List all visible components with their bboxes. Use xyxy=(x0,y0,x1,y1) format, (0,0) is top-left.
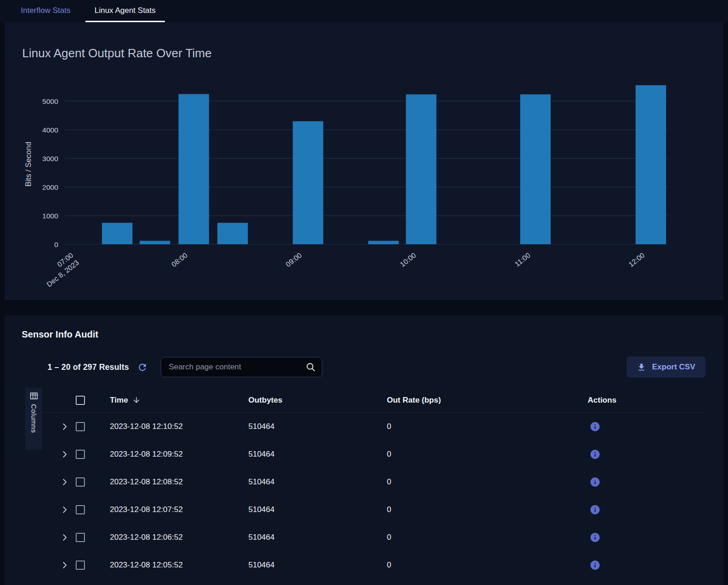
svg-text:1000: 1000 xyxy=(42,212,59,220)
row-outrate: 0 xyxy=(387,533,588,542)
expand-row-chevron[interactable] xyxy=(59,560,70,571)
row-outbytes: 510464 xyxy=(248,422,387,431)
table-row: 2023-12-08 12:09:52 510464 0 xyxy=(25,440,705,468)
columns-tab-label: Columns xyxy=(30,404,38,433)
info-icon xyxy=(590,504,601,515)
row-time: 2023-12-08 12:05:52 xyxy=(110,561,248,570)
info-icon xyxy=(590,560,601,571)
row-time: 2023-12-08 12:07:52 xyxy=(110,505,248,514)
select-all-checkbox[interactable] xyxy=(76,396,85,405)
chevron-right-icon xyxy=(60,505,69,514)
row-outbytes: 510464 xyxy=(248,450,387,459)
expand-row-chevron[interactable] xyxy=(59,532,70,543)
svg-text:4000: 4000 xyxy=(42,126,59,134)
chart-title: Linux Agent Output Rate Over Time xyxy=(5,22,723,60)
svg-text:12:00: 12:00 xyxy=(627,251,646,269)
tab-interflow-stats[interactable]: Interflow Stats xyxy=(12,0,80,22)
svg-text:08:00: 08:00 xyxy=(170,251,189,269)
chevron-right-icon xyxy=(60,561,69,570)
tab-bar: Interflow Stats Linux Agent Stats xyxy=(0,0,728,22)
columns-grid-icon xyxy=(30,392,38,400)
sensor-info-audit-panel: Sensor Info Audit 1 – 20 of 297 Results … xyxy=(5,315,723,585)
expand-row-chevron[interactable] xyxy=(59,504,70,515)
info-icon xyxy=(590,449,601,460)
tab-label: Linux Agent Stats xyxy=(95,6,156,15)
svg-text:2000: 2000 xyxy=(42,183,59,191)
row-time: 2023-12-08 12:08:52 xyxy=(110,477,248,487)
svg-text:11:00: 11:00 xyxy=(513,251,532,268)
row-checkbox[interactable] xyxy=(76,422,85,431)
svg-text:3000: 3000 xyxy=(42,155,59,163)
columns-panel-toggle[interactable]: Columns xyxy=(25,388,42,450)
row-outbytes: 510464 xyxy=(248,505,387,514)
output-rate-chart[interactable]: 01000200030004000500007:00Dec 8, 202308:… xyxy=(5,73,723,300)
expand-row-chevron[interactable] xyxy=(59,476,70,488)
row-info-button[interactable] xyxy=(590,449,601,460)
expand-row-chevron[interactable] xyxy=(59,421,70,432)
audit-table-body: 2023-12-08 12:10:52 510464 0 2023-12-08 … xyxy=(25,413,705,579)
info-icon xyxy=(590,532,601,543)
row-outrate: 0 xyxy=(387,561,588,570)
table-row: 2023-12-08 12:05:52 510464 0 xyxy=(25,551,705,579)
export-csv-button[interactable]: Export CSV xyxy=(626,356,705,378)
row-checkbox[interactable] xyxy=(76,533,85,542)
sort-desc-icon[interactable] xyxy=(132,396,141,404)
info-icon xyxy=(590,476,601,488)
section-title: Sensor Info Audit xyxy=(5,315,723,340)
row-checkbox[interactable] xyxy=(76,477,85,487)
tab-label: Interflow Stats xyxy=(21,6,71,15)
row-info-button[interactable] xyxy=(590,476,601,488)
row-info-button[interactable] xyxy=(590,560,601,571)
audit-table: Columns Time Outbytes Out Rate (bps) Act… xyxy=(25,388,705,579)
row-checkbox[interactable] xyxy=(76,450,85,459)
svg-text:10:00: 10:00 xyxy=(398,251,417,269)
row-time: 2023-12-08 12:06:52 xyxy=(110,533,248,542)
search-box xyxy=(161,357,322,377)
chevron-spacer xyxy=(59,395,70,406)
tab-linux-agent-stats[interactable]: Linux Agent Stats xyxy=(85,0,165,22)
row-info-button[interactable] xyxy=(590,421,601,432)
row-outrate: 0 xyxy=(387,505,588,514)
row-checkbox[interactable] xyxy=(76,505,85,514)
header-out-rate: Out Rate (bps) xyxy=(387,396,588,405)
table-row: 2023-12-08 12:10:52 510464 0 xyxy=(25,413,705,440)
expand-row-chevron[interactable] xyxy=(59,449,70,460)
svg-text:0: 0 xyxy=(54,241,58,248)
row-info-button[interactable] xyxy=(590,532,601,543)
table-row: 2023-12-08 12:06:52 510464 0 xyxy=(25,524,705,551)
header-actions: Actions xyxy=(588,396,705,405)
table-header-row: Time Outbytes Out Rate (bps) Actions xyxy=(25,388,705,413)
chevron-right-icon xyxy=(60,477,69,487)
row-outbytes: 510464 xyxy=(248,477,387,487)
search-input[interactable] xyxy=(161,357,322,377)
svg-text:07:00Dec 8, 2023: 07:00Dec 8, 2023 xyxy=(39,251,80,289)
row-outrate: 0 xyxy=(387,477,588,487)
header-outbytes: Outbytes xyxy=(248,396,387,405)
row-time: 2023-12-08 12:10:52 xyxy=(110,422,248,431)
row-info-button[interactable] xyxy=(590,504,601,515)
row-outrate: 0 xyxy=(387,422,588,431)
chevron-right-icon xyxy=(60,450,69,459)
row-checkbox[interactable] xyxy=(76,561,85,570)
info-icon xyxy=(590,421,601,432)
chart-panel: Linux Agent Output Rate Over Time 010002… xyxy=(5,22,723,300)
table-row: 2023-12-08 12:07:52 510464 0 xyxy=(25,496,705,524)
row-outbytes: 510464 xyxy=(248,533,387,542)
row-time: 2023-12-08 12:09:52 xyxy=(110,450,248,459)
chevron-right-icon xyxy=(60,422,69,431)
export-csv-label: Export CSV xyxy=(652,362,695,372)
chevron-right-icon xyxy=(60,533,69,542)
svg-text:Bits / Second: Bits / Second xyxy=(24,142,32,187)
results-count: 1 – 20 of 297 Results xyxy=(48,362,129,372)
svg-text:5000: 5000 xyxy=(42,97,59,105)
table-row: 2023-12-08 12:08:52 510464 0 xyxy=(25,468,705,496)
table-controls: 1 – 20 of 297 Results Export CSV xyxy=(48,356,705,378)
header-time: Time xyxy=(110,396,128,405)
refresh-icon xyxy=(137,362,148,373)
row-outrate: 0 xyxy=(387,450,588,459)
download-icon xyxy=(637,362,646,372)
refresh-button[interactable] xyxy=(137,362,148,373)
svg-text:09:00: 09:00 xyxy=(284,251,303,269)
row-outbytes: 510464 xyxy=(248,561,387,570)
